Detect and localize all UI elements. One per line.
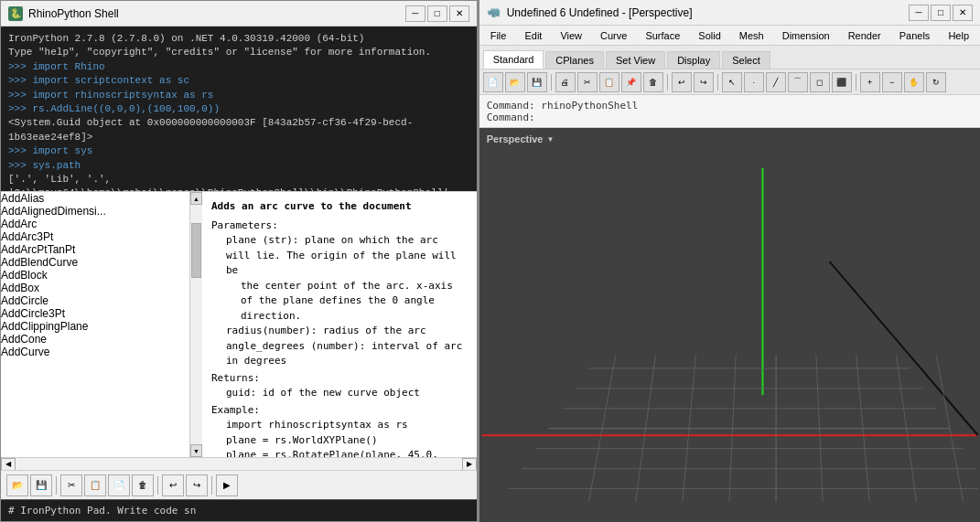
rhino-maximize-button[interactable]: □ xyxy=(931,5,951,21)
doc-param-2: radius(number): radius of the arc xyxy=(211,324,468,339)
rhino-minimize-button[interactable]: ─ xyxy=(909,5,929,21)
cut-button[interactable]: ✂ xyxy=(60,474,82,496)
list-scroll-down-button[interactable]: ▼ xyxy=(190,444,202,457)
ac-item-addclippingplane[interactable]: AddClippingPlane xyxy=(1,320,189,333)
ac-item-addarc[interactable]: AddArc xyxy=(1,218,189,230)
tool-undo[interactable]: ↩ xyxy=(672,72,692,92)
autocomplete-list[interactable]: AddAlias AddAlignedDimensi... AddArc Add… xyxy=(1,192,189,457)
output-line-3: >>> import Rhino xyxy=(8,60,469,74)
tool-paste[interactable]: 📌 xyxy=(621,72,641,92)
minimize-button[interactable]: ─ xyxy=(405,5,425,22)
shell-horizontal-scrollbar[interactable]: ◀ ▶ xyxy=(1,457,477,470)
tool-zoom-out[interactable]: − xyxy=(882,72,902,92)
ac-item-addbox[interactable]: AddBox xyxy=(1,282,189,294)
tool-sep-4 xyxy=(856,74,856,91)
tool-open[interactable]: 📂 xyxy=(505,72,525,92)
tool-solid[interactable]: ⬛ xyxy=(832,72,852,92)
tab-standard[interactable]: Standard xyxy=(483,50,544,69)
redo-button[interactable]: ↪ xyxy=(186,474,208,496)
tool-save[interactable]: 💾 xyxy=(527,72,547,92)
tab-setview[interactable]: Set View xyxy=(606,51,665,69)
toolbar-sep-3 xyxy=(211,476,212,495)
tool-surface[interactable]: ◻ xyxy=(810,72,830,92)
tool-rotate[interactable]: ↻ xyxy=(926,72,946,92)
rhino-close-button[interactable]: ✕ xyxy=(953,5,973,21)
scroll-right-button[interactable]: ▶ xyxy=(462,458,477,471)
ac-item-addarc3pt[interactable]: AddArc3Pt xyxy=(1,230,189,243)
menu-mesh[interactable]: Mesh xyxy=(736,29,768,42)
doc-param-3: angle_degrees (number): interval of arc … xyxy=(211,339,468,369)
tab-select[interactable]: Select xyxy=(722,51,770,69)
maximize-button[interactable]: □ xyxy=(427,5,447,22)
tool-point[interactable]: · xyxy=(744,72,764,92)
menu-curve[interactable]: Curve xyxy=(597,29,630,42)
doc-example-1: import rhinoscriptsyntax as rs xyxy=(211,418,468,433)
shell-input-bar[interactable]: # IronPython Pad. Write code sn xyxy=(1,499,477,521)
output-line-2: Type "help", "copyright", "credits" or "… xyxy=(8,46,469,59)
ac-item-addarcpttanpt[interactable]: AddArcPtTanPt xyxy=(1,243,189,256)
ac-item-addblendcurve[interactable]: AddBlendCurve xyxy=(1,256,189,269)
ac-item-addcone[interactable]: AddCone xyxy=(1,333,189,346)
tool-line[interactable]: ╱ xyxy=(766,72,786,92)
menu-dimension[interactable]: Dimension xyxy=(779,29,834,42)
toolbar-sep-2 xyxy=(157,476,158,495)
menu-view[interactable]: View xyxy=(556,29,586,42)
copy-button[interactable]: 📋 xyxy=(84,474,106,496)
rhino-command-bar: Command: rhinoPythonShell Command: xyxy=(479,95,980,128)
svg-rect-0 xyxy=(481,128,977,522)
tool-new[interactable]: 📄 xyxy=(483,72,503,92)
ac-item-addaligneddimension[interactable]: AddAlignedDimensi... xyxy=(1,205,189,218)
tool-cut[interactable]: ✂ xyxy=(577,72,598,92)
list-scroll-up-button[interactable]: ▲ xyxy=(190,192,202,205)
menu-edit[interactable]: Edit xyxy=(521,29,545,42)
tool-zoom-in[interactable]: + xyxy=(860,72,880,92)
tab-display[interactable]: Display xyxy=(667,51,720,69)
tool-redo[interactable]: ↪ xyxy=(694,72,714,92)
menu-solid[interactable]: Solid xyxy=(695,29,724,42)
viewport-label: Perspective ▼ xyxy=(487,133,555,144)
scroll-left-button[interactable]: ◀ xyxy=(1,458,16,471)
output-line-8: >>> import sys xyxy=(8,144,469,158)
tool-print[interactable]: 🖨 xyxy=(555,72,576,92)
ac-item-addblock[interactable]: AddBlock xyxy=(1,269,189,282)
shell-icon: 🐍 xyxy=(8,6,23,21)
tab-cplanes[interactable]: CPlanes xyxy=(545,51,604,69)
ac-item-addcircle3pt[interactable]: AddCircle3Pt xyxy=(1,307,189,320)
input-placeholder-text: # IronPython Pad. Write code sn xyxy=(8,505,196,517)
menu-surface[interactable]: Surface xyxy=(641,29,684,42)
open-button[interactable]: 📂 xyxy=(6,474,28,496)
scroll-track xyxy=(16,458,462,471)
ac-item-addcurve[interactable]: AddCurve xyxy=(1,346,189,358)
output-line-9: >>> sys.path xyxy=(8,159,469,173)
tool-curve[interactable]: ⌒ xyxy=(788,72,808,92)
list-scrollbar[interactable]: ▲ ▼ xyxy=(189,192,202,457)
shell-titlebar: 🐍 RhinoPython Shell ─ □ ✕ xyxy=(1,1,477,27)
tool-delete[interactable]: 🗑 xyxy=(643,72,663,92)
ac-item-addcircle[interactable]: AddCircle xyxy=(1,294,189,307)
command-line-2[interactable]: Command: xyxy=(487,112,973,123)
close-button[interactable]: ✕ xyxy=(449,5,469,22)
tool-copy[interactable]: 📋 xyxy=(599,72,619,92)
command-line-1: Command: rhinoPythonShell xyxy=(487,100,973,112)
output-line-1: IronPython 2.7.8 (2.7.8.0) on .NET 4.0.3… xyxy=(8,32,469,46)
viewport-dropdown-arrow[interactable]: ▼ xyxy=(546,135,554,144)
ac-item-addalias[interactable]: AddAlias xyxy=(1,192,189,205)
rhino-viewport[interactable]: Perspective ▼ xyxy=(479,128,980,522)
rhino-window-controls: ─ □ ✕ xyxy=(909,5,973,21)
undo-button[interactable]: ↩ xyxy=(162,474,184,496)
shell-title-left: 🐍 RhinoPython Shell xyxy=(8,6,119,21)
shell-window: 🐍 RhinoPython Shell ─ □ ✕ IronPython 2.7… xyxy=(0,0,478,522)
save-button[interactable]: 💾 xyxy=(30,474,52,496)
rhino-titlebar: 🦏 Undefined 6 Undefined - [Perspective] … xyxy=(479,0,980,26)
menu-file[interactable]: File xyxy=(487,29,511,42)
tool-sep-1 xyxy=(551,74,552,91)
paste-button[interactable]: 📄 xyxy=(108,474,130,496)
delete-button[interactable]: 🗑 xyxy=(132,474,154,496)
tool-pan[interactable]: ✋ xyxy=(904,72,924,92)
menu-panels[interactable]: Panels xyxy=(896,29,934,42)
tool-select[interactable]: ↖ xyxy=(722,72,742,92)
menu-render[interactable]: Render xyxy=(845,29,885,42)
menu-help[interactable]: Help xyxy=(944,29,973,42)
rhino-toolbar: 📄 📂 💾 🖨 ✂ 📋 📌 🗑 ↩ ↪ ↖ · ╱ ⌒ ◻ ⬛ + − ✋ ↻ xyxy=(479,69,980,95)
run-button[interactable]: ▶ xyxy=(216,474,238,496)
